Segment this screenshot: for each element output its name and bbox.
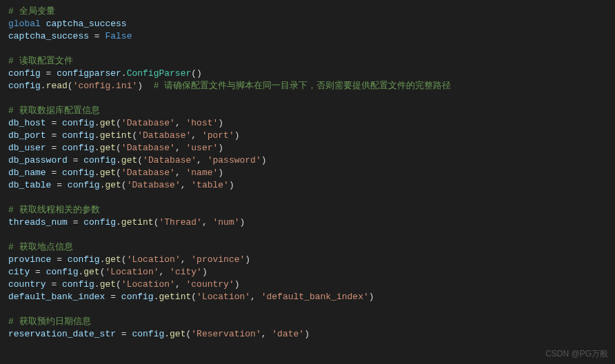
- var: captcha_success: [8, 31, 89, 41]
- code-line: # 获取预约日期信息: [8, 316, 607, 328]
- blank-line: [8, 229, 607, 241]
- comment: # 获取线程相关的参数: [8, 205, 100, 215]
- var: db_name: [8, 168, 46, 178]
- var: threads_num: [8, 217, 68, 228]
- code-line: db_user = config.get('Database', 'user'): [8, 142, 607, 154]
- comment: # 获取地点信息: [8, 242, 73, 252]
- code-line: db_port = config.getint('Database', 'por…: [8, 130, 607, 142]
- keyword-global: global: [8, 19, 41, 29]
- var: captcha_success: [46, 19, 127, 29]
- code-line: config = configparser.ConfigParser(): [8, 68, 607, 80]
- var: country: [8, 279, 46, 290]
- code-line: # 全局变量: [8, 6, 607, 18]
- blank-line: [8, 92, 607, 105]
- var: default_bank_index: [8, 292, 105, 302]
- var: db_user: [8, 143, 46, 153]
- var: db_password: [8, 155, 68, 165]
- code-line: province = config.get('Location', 'provi…: [8, 254, 607, 266]
- string: 'config.ini': [73, 81, 138, 91]
- code-editor[interactable]: # 全局变量 global captcha_success captcha_su…: [8, 6, 607, 341]
- code-line: # 获取线程相关的参数: [8, 204, 607, 216]
- code-line: captcha_success = False: [8, 30, 607, 43]
- code-line: reservation_date_str = config.get('Reser…: [8, 328, 607, 341]
- comment: # 请确保配置文件与脚本在同一目录下，否则需要提供配置文件的完整路径: [154, 81, 452, 91]
- code-line: default_bank_index = config.getint('Loca…: [8, 291, 607, 303]
- comment: # 获取预约日期信息: [8, 316, 91, 327]
- var: city: [8, 267, 30, 277]
- comment: # 读取配置文件: [8, 56, 73, 66]
- code-line: # 读取配置文件: [8, 55, 607, 68]
- code-line: config.read('config.ini') # 请确保配置文件与脚本在同…: [8, 80, 607, 92]
- var: db_port: [8, 130, 46, 141]
- code-line: # 获取地点信息: [8, 241, 607, 254]
- blank-line: [8, 303, 607, 316]
- var: reservation_date_str: [8, 329, 116, 339]
- code-line: threads_num = config.getint('Thread', 'n…: [8, 216, 607, 229]
- code-line: db_password = config.get('Database', 'pa…: [8, 154, 607, 167]
- code-line: country = config.get('Location', 'countr…: [8, 279, 607, 291]
- module: configparser: [57, 68, 121, 79]
- blank-line: [8, 43, 607, 55]
- blank-line: [8, 192, 607, 204]
- bool-false: False: [105, 31, 132, 41]
- func: read: [46, 81, 68, 91]
- comment: # 获取数据库配置信息: [8, 105, 100, 116]
- var: config: [8, 81, 41, 91]
- code-line: city = config.get('Location', 'city'): [8, 266, 607, 279]
- var: config: [8, 68, 41, 79]
- comment: # 全局变量: [8, 6, 55, 17]
- class: ConfigParser: [127, 68, 192, 79]
- var: province: [8, 254, 51, 265]
- code-line: # 获取数据库配置信息: [8, 105, 607, 117]
- code-line: global captcha_success: [8, 18, 607, 30]
- var: db_host: [8, 118, 46, 128]
- var: db_table: [8, 180, 51, 190]
- code-line: db_name = config.get('Database', 'name'): [8, 167, 607, 179]
- watermark: CSDN @PG万般: [545, 347, 608, 360]
- code-line: db_table = config.get('Database', 'table…: [8, 179, 607, 192]
- code-line: db_host = config.get('Database', 'host'): [8, 117, 607, 130]
